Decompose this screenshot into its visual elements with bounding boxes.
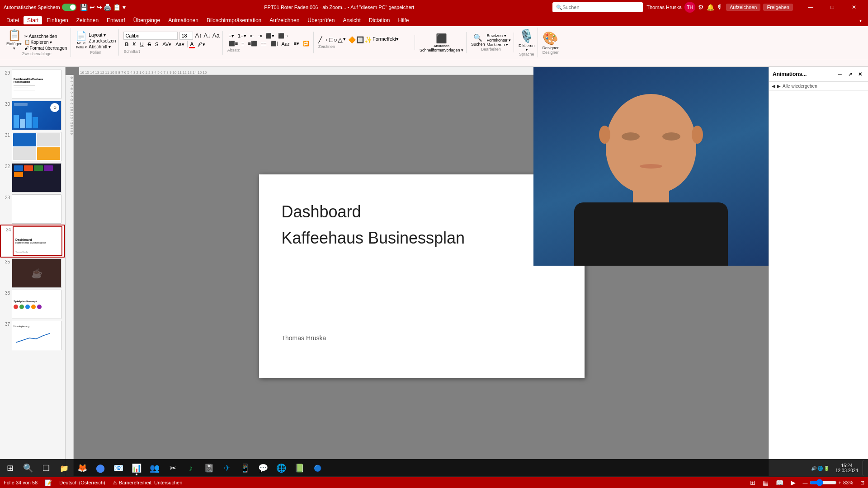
- change-case-btn[interactable]: Aa▾: [174, 41, 185, 48]
- abschnitt-btn[interactable]: Abschnitt ▾: [89, 44, 116, 49]
- highlight-btn[interactable]: 🖊▾: [196, 41, 207, 48]
- neue-folie-btn[interactable]: 📄 Neue Folie ▾: [75, 30, 87, 49]
- accessibility-indicator[interactable]: ⚠ Barrierefreiheit: Untersuchen: [113, 480, 183, 486]
- share-icon[interactable]: 🔔: [707, 4, 714, 11]
- font-family-input[interactable]: [123, 32, 178, 40]
- view-reading-btn[interactable]: 📖: [776, 479, 783, 486]
- layout-btn[interactable]: Layout ▾: [89, 33, 116, 38]
- whatsapp-btn[interactable]: 💬: [255, 460, 271, 476]
- ausschneiden-btn[interactable]: ✂ Ausschneiden: [24, 34, 67, 39]
- zoom-slider[interactable]: — + 83%: [803, 479, 853, 486]
- view-slide-btn[interactable]: ▦: [763, 479, 769, 486]
- view-normal-btn[interactable]: ⊞: [750, 479, 755, 486]
- panel-close-btn[interactable]: ✕: [855, 70, 864, 79]
- decrease-indent-btn[interactable]: ⇤: [249, 33, 255, 39]
- minimize-button[interactable]: —: [800, 0, 821, 14]
- menu-bildschirmpraesenation[interactable]: Bildschirmpräsentation: [203, 16, 265, 24]
- dictation-icon-title[interactable]: 🎙: [717, 4, 723, 11]
- font-shrink-btn[interactable]: A↓: [204, 32, 211, 39]
- align-right-btn[interactable]: ≡⬛: [246, 40, 258, 47]
- play-all-btn[interactable]: Alle wiedergeben: [783, 84, 817, 89]
- convert-smartart-btn[interactable]: ⬛→: [277, 33, 291, 39]
- teams-btn[interactable]: 👥: [146, 460, 163, 476]
- slide-item-37[interactable]: 37 Umsatzplanung: [0, 320, 65, 351]
- menu-aufzeichnen[interactable]: Aufzeichnen: [266, 16, 303, 24]
- menu-einfuegen[interactable]: Einfügen: [43, 16, 71, 24]
- maximize-button[interactable]: □: [822, 0, 843, 14]
- col-btn[interactable]: ⬛|: [269, 40, 279, 47]
- firefox-btn[interactable]: 🦊: [74, 460, 90, 476]
- language-indicator[interactable]: Deutsch (Österreich): [59, 480, 105, 485]
- menu-dictation[interactable]: Dictation: [365, 16, 394, 24]
- settings-icon[interactable]: ⚙: [698, 4, 704, 11]
- notes-icon-area[interactable]: 📝: [45, 479, 52, 486]
- slide-item-32[interactable]: 32: [0, 162, 65, 193]
- format-btn[interactable]: 🖌 Format übertragen: [24, 46, 67, 51]
- fit-slide-btn[interactable]: ⊡: [860, 480, 864, 486]
- collapse-ribbon-btn[interactable]: ▾: [856, 17, 865, 24]
- font-color-btn[interactable]: A: [189, 41, 195, 48]
- diktieren-btn[interactable]: 🎙️ Diktieren ▾: [519, 28, 535, 52]
- slide-item-36[interactable]: 36 Spielplan Konzept: [0, 289, 65, 320]
- zuruecksetzen-btn[interactable]: Zurücksetzen: [89, 38, 116, 43]
- justify-btn[interactable]: ≡≡: [259, 40, 268, 47]
- share-btn[interactable]: Freigeben: [763, 4, 793, 11]
- file-explorer-btn[interactable]: 📁: [56, 460, 72, 476]
- menu-hilfe[interactable]: Hilfe: [394, 16, 412, 24]
- slide-item-34[interactable]: 34 Dashboard Kaffeehaus Businessplan Tho…: [0, 225, 65, 258]
- shadow-btn[interactable]: S: [154, 41, 160, 47]
- shape-tri-btn[interactable]: △: [338, 36, 343, 43]
- slide-item-30[interactable]: 30 ⚙: [0, 100, 65, 131]
- system-tray[interactable]: 🔊🌐🔋: [809, 460, 831, 476]
- einfuegen-btn[interactable]: 📋 Einfügen ▾: [6, 29, 23, 51]
- next-btn[interactable]: ▶: [777, 84, 781, 89]
- telegram-btn[interactable]: ✈: [219, 460, 235, 476]
- shape-line-btn[interactable]: ╱: [318, 36, 322, 43]
- font-size-input[interactable]: [179, 32, 193, 40]
- font-grow-btn[interactable]: A↑: [195, 32, 202, 39]
- anordnen-btn[interactable]: ⬛ Anordnen: [434, 33, 449, 48]
- formeffekt-btn[interactable]: Formeffekt▾: [373, 36, 399, 43]
- menu-uebergaenge[interactable]: Übergänge: [130, 16, 164, 24]
- panel-minimize-btn[interactable]: ─: [835, 70, 844, 79]
- suchen-btn[interactable]: 🔍Suchen: [471, 33, 485, 47]
- outlook-btn[interactable]: 📧: [110, 460, 127, 476]
- underline-btn[interactable]: U: [139, 41, 145, 47]
- phone-btn[interactable]: 📱: [237, 460, 253, 476]
- designer-btn[interactable]: 🎨 Designer: [542, 31, 559, 50]
- menu-zeichnen[interactable]: Zeichnen: [73, 16, 102, 24]
- close-button[interactable]: ✕: [844, 0, 864, 14]
- search-input[interactable]: [562, 5, 626, 10]
- task-view-btn[interactable]: ❑: [38, 460, 54, 476]
- menu-datei[interactable]: Datei: [3, 16, 23, 24]
- shape-arrow-btn[interactable]: →: [322, 36, 329, 43]
- clear-format-btn[interactable]: Aa: [212, 32, 220, 39]
- search-btn[interactable]: 🔍: [20, 460, 36, 476]
- powerpoint-btn[interactable]: 📊: [128, 460, 145, 476]
- smartart-btn[interactable]: ⬛▾: [264, 33, 276, 39]
- align-left-btn[interactable]: ⬛≡: [227, 40, 239, 47]
- view-slideshow-btn[interactable]: ▶: [791, 479, 796, 486]
- excel-btn[interactable]: 📗: [291, 460, 307, 476]
- edge-btn[interactable]: 🌐: [273, 460, 289, 476]
- shape-more-btn[interactable]: ▾: [343, 36, 346, 43]
- menu-animationen[interactable]: Animationen: [165, 16, 202, 24]
- char-spacing-btn[interactable]: AV▾: [161, 41, 173, 48]
- show-desktop-btn[interactable]: [863, 460, 866, 476]
- slide-item-35[interactable]: 35 ☕: [0, 258, 65, 289]
- menu-ueberpruefen[interactable]: Überprüfen: [304, 16, 338, 24]
- menu-entwurf[interactable]: Entwurf: [103, 16, 129, 24]
- schnellvorlagen-btn[interactable]: Schnellformat­vorlagen ▾: [420, 48, 463, 52]
- menu-ansicht[interactable]: Ansicht: [339, 16, 364, 24]
- spotify-btn[interactable]: ♪: [183, 460, 199, 476]
- align-text-btn[interactable]: ≡▾: [292, 40, 301, 47]
- teams2-btn[interactable]: 🔵: [309, 460, 326, 476]
- list-numbers-btn[interactable]: 1≡▾: [236, 33, 248, 39]
- search-bar[interactable]: 🔍: [552, 2, 643, 12]
- shape-outline-btn[interactable]: 🔲: [356, 36, 364, 43]
- increase-indent-btn[interactable]: ⇥: [256, 33, 263, 39]
- bold-btn[interactable]: B: [123, 41, 130, 47]
- slide-item-33[interactable]: 33: [0, 193, 65, 225]
- list-bullets-btn[interactable]: ≡▾: [227, 33, 236, 39]
- record-btn[interactable]: Aufzeichnen: [726, 4, 761, 11]
